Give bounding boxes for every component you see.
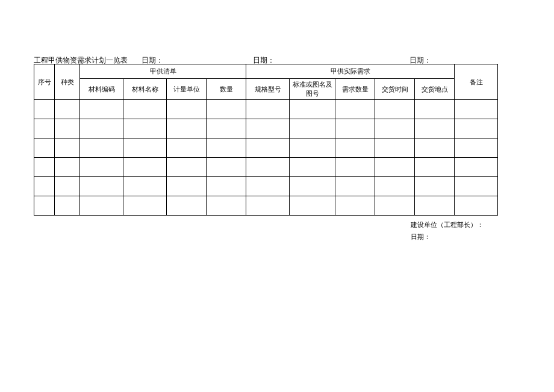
cell-dloc [415,196,455,216]
cell-type [55,100,80,119]
th-delivery-loc: 交货地点 [415,79,455,100]
cell-spec [246,177,290,196]
table-row [34,158,498,177]
cell-dtime [375,196,415,216]
footer-builder: 建设单位（工程部长）： [411,219,484,231]
material-plan-table: 序号 种类 甲供清单 甲供实际需求 备注 材料编码 材料名称 计量单位 数量 规… [34,64,498,216]
cell-dtime [375,119,415,138]
cell-remark [455,119,498,138]
cell-type [55,119,80,138]
table-row [34,100,498,119]
cell-remark [455,100,498,119]
th-spec: 规格型号 [246,79,290,100]
cell-dloc [415,138,455,158]
th-group-list: 甲供清单 [80,64,246,79]
th-unit: 计量单位 [167,79,207,100]
cell-code [80,158,123,177]
footer-date: 日期： [411,231,484,243]
cell-dtime [375,177,415,196]
cell-unit [167,196,207,216]
th-standard: 标准或图名及图号 [290,79,335,100]
cell-seq [34,138,55,158]
cell-spec [246,138,290,158]
cell-seq [34,119,55,138]
cell-reqqty [335,119,375,138]
cell-seq [34,177,55,196]
cell-spec [246,158,290,177]
cell-type [55,158,80,177]
cell-qty [207,196,246,216]
cell-unit [167,177,207,196]
cell-std [290,196,335,216]
cell-reqqty [335,177,375,196]
cell-unit [167,158,207,177]
cell-remark [455,177,498,196]
cell-spec [246,100,290,119]
cell-qty [207,100,246,119]
cell-code [80,119,123,138]
cell-name [123,177,167,196]
cell-qty [207,177,246,196]
footer: 建设单位（工程部长）： 日期： [411,219,484,243]
cell-spec [246,196,290,216]
th-seq: 序号 [34,64,55,100]
cell-name [123,100,167,119]
cell-dtime [375,158,415,177]
cell-qty [207,138,246,158]
cell-reqqty [335,138,375,158]
th-material-code: 材料编码 [80,79,123,100]
cell-dloc [415,177,455,196]
table-row [34,196,498,216]
cell-remark [455,158,498,177]
cell-unit [167,138,207,158]
th-group-actual: 甲供实际需求 [246,64,455,79]
cell-std [290,158,335,177]
cell-name [123,196,167,216]
th-type: 种类 [55,64,80,100]
cell-code [80,138,123,158]
cell-reqqty [335,100,375,119]
cell-std [290,119,335,138]
cell-code [80,100,123,119]
table-body [34,100,498,216]
cell-dloc [415,119,455,138]
cell-std [290,100,335,119]
cell-seq [34,158,55,177]
cell-std [290,177,335,196]
cell-remark [455,196,498,216]
th-material-name: 材料名称 [123,79,167,100]
cell-type [55,138,80,158]
cell-seq [34,100,55,119]
cell-type [55,177,80,196]
cell-code [80,177,123,196]
cell-seq [34,196,55,216]
table-row [34,138,498,158]
cell-unit [167,100,207,119]
cell-std [290,138,335,158]
cell-name [123,119,167,138]
cell-dtime [375,100,415,119]
cell-qty [207,119,246,138]
cell-reqqty [335,196,375,216]
cell-code [80,196,123,216]
cell-dtime [375,138,415,158]
cell-name [123,138,167,158]
cell-qty [207,158,246,177]
page-title: 工程甲供物资需求计划一览表 [34,56,128,64]
th-remark: 备注 [455,64,498,100]
table-row [34,177,498,196]
cell-unit [167,119,207,138]
cell-dloc [415,158,455,177]
th-delivery-time: 交货时间 [375,79,415,100]
cell-spec [246,119,290,138]
cell-remark [455,138,498,158]
th-qty: 数量 [207,79,246,100]
cell-name [123,158,167,177]
th-req-qty: 需求数量 [335,79,375,100]
cell-type [55,196,80,216]
cell-reqqty [335,158,375,177]
cell-dloc [415,100,455,119]
table-row [34,119,498,138]
